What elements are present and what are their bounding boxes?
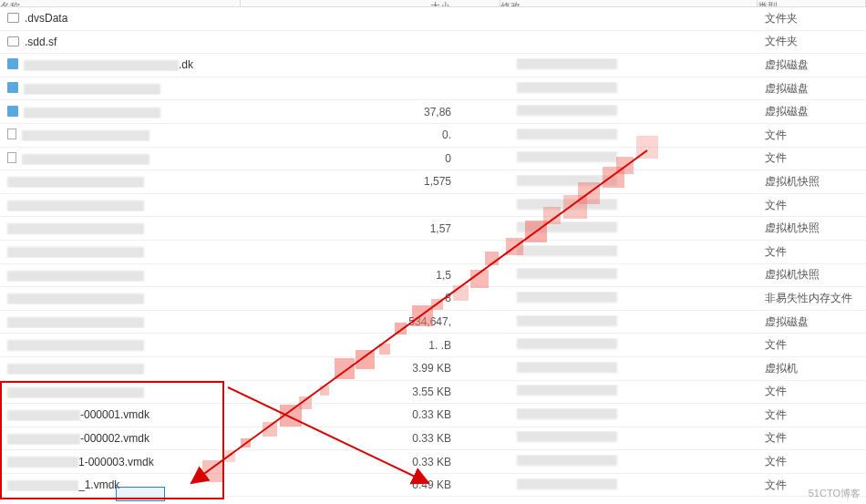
cell-modified (500, 175, 758, 189)
table-row[interactable]: 文件 (0, 241, 866, 264)
redacted-text (517, 455, 617, 466)
cell-modified (500, 245, 758, 259)
cell-modified (500, 58, 758, 72)
redacted-text (7, 364, 144, 375)
redacted-text (7, 457, 78, 468)
folder-icon (7, 36, 19, 46)
cell-modified (500, 268, 758, 282)
cell-size: 0.33 KB (241, 456, 500, 468)
table-row[interactable]: _1.vmdk0.49 KB文件 (0, 474, 866, 498)
redacted-text (7, 410, 80, 421)
redacted-text (517, 338, 617, 349)
redacted-text (517, 245, 617, 256)
cell-size: 0. (241, 129, 500, 141)
table-row[interactable]: 1-000003.vmdk0.33 KB文件 (0, 450, 866, 474)
file-name: .dvsData (25, 12, 67, 25)
cell-name (0, 175, 241, 188)
header-size[interactable]: 大小 (241, 0, 500, 6)
redacted-text (22, 154, 149, 165)
cell-name (0, 222, 241, 235)
cell-name (0, 315, 241, 328)
cell-type: 虚拟磁盘 (758, 81, 866, 97)
redacted-text (517, 221, 617, 232)
header-type[interactable]: 类型 (758, 0, 866, 6)
header-name[interactable]: 名称 (0, 0, 241, 6)
redacted-text (517, 105, 617, 116)
cell-type: 虚拟机快照 (758, 267, 866, 283)
cell-modified (500, 362, 758, 375)
cell-modified (500, 338, 758, 352)
redacted-text (24, 84, 160, 95)
cell-size: 3.55 KB (241, 386, 500, 398)
file-name: 1-000003.vmdk (78, 456, 154, 468)
redacted-text (7, 293, 144, 304)
cell-type: 文件 (758, 150, 866, 166)
table-row[interactable]: 0文件 (0, 148, 866, 171)
folder-icon (7, 13, 19, 23)
cell-type: 虚拟磁盘 (758, 104, 866, 119)
redacted-text (24, 108, 160, 118)
cell-type: 文件 (758, 198, 866, 213)
cell-modified (500, 455, 758, 468)
redacted-text (7, 387, 144, 398)
table-row[interactable]: 3.99 KB虚拟机 (0, 357, 866, 381)
table-row[interactable]: .sdd.sf文件夹 (0, 31, 866, 55)
table-row[interactable]: -000002.vmdk0.33 KB文件 (0, 427, 866, 451)
cell-name: -000002.vmdk (0, 432, 241, 445)
cell-modified (500, 105, 758, 118)
cell-modified (500, 82, 758, 96)
cell-modified (500, 151, 758, 165)
cell-name (0, 292, 241, 304)
table-row[interactable]: 1. .B文件 (0, 334, 866, 357)
cell-type: 文件夹 (758, 34, 866, 49)
redacted-text (7, 317, 144, 328)
table-row[interactable]: 0.文件 (0, 124, 866, 148)
cell-name (0, 339, 241, 352)
table-row[interactable]: .dvsData文件夹 (0, 7, 866, 31)
redacted-text (517, 82, 617, 93)
redacted-text (517, 292, 617, 303)
cell-modified (500, 478, 758, 492)
file-name: .sdd.sf (25, 36, 57, 48)
header-modified[interactable]: 修改 (500, 0, 758, 6)
cell-name: -000001.vmdk (0, 408, 241, 421)
vm-disk-icon (7, 106, 18, 117)
table-row[interactable]: 8非易失性内存文件 (0, 287, 866, 311)
cell-size: 1,57 (241, 222, 500, 235)
redacted-text (517, 408, 617, 419)
redacted-text (517, 478, 617, 489)
cell-type: 文件 (758, 430, 866, 446)
cell-name (0, 106, 241, 118)
table-row[interactable]: .dk虚拟磁盘 (0, 54, 866, 77)
cell-type: 虚拟磁盘 (758, 314, 866, 330)
cell-type: 文件 (758, 384, 866, 399)
cell-name (0, 152, 241, 165)
cell-size: 0.33 KB (241, 408, 500, 421)
cell-modified (500, 199, 758, 212)
table-row[interactable]: 1,575虚拟机快照 (0, 170, 866, 194)
redacted-text (7, 177, 144, 188)
table-row[interactable]: 文件 (0, 194, 866, 218)
table-row[interactable]: 3.55 KB文件 (0, 381, 866, 405)
table-row[interactable]: -000001.vmdk0.33 KB文件 (0, 404, 866, 427)
redacted-text (517, 129, 617, 139)
cell-type: 虚拟磁盘 (758, 57, 866, 73)
cell-modified (500, 292, 758, 305)
redacted-text (7, 201, 144, 211)
redacted-text (517, 199, 617, 210)
redacted-text (7, 271, 144, 282)
cell-size: 0.49 KB (241, 478, 500, 491)
table-row[interactable]: 534,647,虚拟磁盘 (0, 311, 866, 334)
cell-modified (500, 385, 758, 398)
cell-name (0, 199, 241, 211)
cell-type: 文件 (758, 128, 866, 143)
redacted-text (517, 151, 617, 162)
vm-disk-icon (7, 58, 18, 69)
table-row[interactable]: 1,5虚拟机快照 (0, 264, 866, 288)
table-row[interactable]: 1,57虚拟机快照 (0, 217, 866, 241)
redacted-text (22, 130, 149, 141)
table-row[interactable]: 虚拟磁盘 (0, 77, 866, 101)
cell-modified (500, 408, 758, 422)
table-row[interactable]: 37,86虚拟磁盘 (0, 100, 866, 124)
file-name: -000002.vmdk (80, 432, 149, 445)
